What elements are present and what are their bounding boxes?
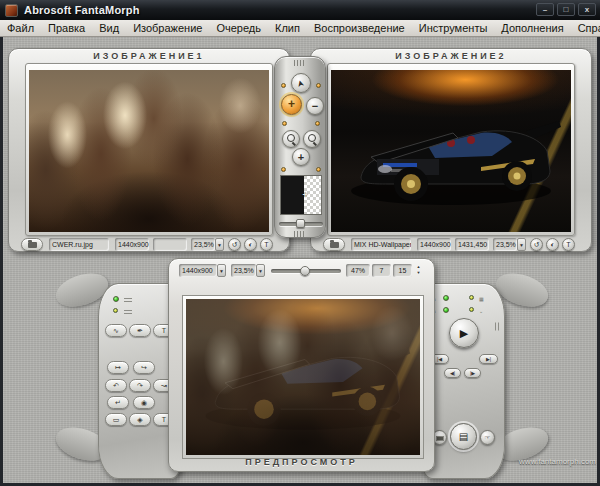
image1-filename-field[interactable]: CWER.ru.jpg	[49, 238, 109, 251]
menu-bar: Файл Правка Вид Изображение Очередь Клип…	[0, 20, 600, 37]
next-frame-button[interactable]: |▶	[464, 368, 481, 378]
image1-zoom-dropdown[interactable]: ▼	[215, 238, 224, 251]
swatch-black: +	[281, 176, 304, 214]
preview-resolution-dropdown[interactable]: ▼	[217, 264, 226, 277]
prev-frame-button[interactable]: ◀|	[444, 368, 461, 378]
image1-adjust-button[interactable]: ◐	[244, 238, 257, 251]
led-mode-2	[469, 295, 474, 300]
dot-tool-column: ➤ + − + +	[274, 56, 326, 238]
maximize-button[interactable]: □	[557, 3, 575, 16]
view-mode-marks	[124, 309, 132, 314]
dot-slider-thumb[interactable]	[296, 219, 305, 228]
current-frame-field[interactable]: 7	[372, 264, 391, 277]
folder-icon	[28, 242, 37, 248]
edit-button-8[interactable]: ◈	[129, 413, 151, 426]
preview-title: ПРЕДПРОСМОТР	[169, 457, 434, 467]
edit-button-4[interactable]: ↷	[129, 379, 151, 392]
image2-rotate-button[interactable]: ↺	[530, 238, 543, 251]
edit-button-7[interactable]: ▭	[105, 413, 127, 426]
export-movie-button[interactable]: ▤	[450, 423, 477, 450]
image2-coords-field: 1431,450	[455, 238, 489, 251]
image2-canvas[interactable]	[331, 70, 571, 232]
image1-rotate-button[interactable]: ↺	[228, 238, 241, 251]
image2-filename-field[interactable]: MIX HD-Wallpapers	[351, 238, 411, 251]
image2-zoom-dropdown[interactable]: ▼	[517, 238, 526, 251]
preview-resolution-field[interactable]: 1440x900	[179, 264, 217, 277]
led-swatch-left	[281, 167, 286, 172]
add-dot-button[interactable]: +	[281, 94, 302, 115]
background-swatch[interactable]: +	[280, 175, 322, 215]
menu-playback[interactable]: Воспроизведение	[307, 20, 412, 36]
led-swatch-right	[316, 167, 321, 172]
timeline-slider-track[interactable]	[271, 269, 341, 273]
led-zoom-left	[282, 121, 287, 126]
image2-zoom-field[interactable]: 23,5%	[493, 238, 517, 251]
menu-addons[interactable]: Дополнения	[494, 20, 570, 36]
led-zoom-right	[315, 121, 320, 126]
image2-text-button[interactable]: T	[562, 238, 575, 251]
preview-frame	[182, 295, 424, 459]
led-left	[281, 83, 286, 88]
curve-tool-button[interactable]: ∿	[105, 324, 127, 337]
led-view-mode	[113, 308, 118, 313]
close-button[interactable]: x	[578, 3, 596, 16]
image2-open-button[interactable]	[323, 238, 345, 251]
edit-button-2[interactable]: ↪	[133, 361, 155, 374]
title-bar: Abrosoft FantaMorph – □ x	[0, 0, 600, 20]
car-image	[331, 70, 571, 232]
image2-panel: ИЗОБРАЖЕНИЕ2	[310, 48, 592, 252]
preview-panel: 1440x900 ▼ 23,5% ▼ 47% 7 15 ▲ ▼	[168, 258, 435, 472]
grip-marks	[495, 323, 500, 331]
led-mode-4	[469, 307, 474, 312]
grip-top	[294, 60, 306, 66]
grip-bottom	[294, 231, 306, 237]
menu-view[interactable]: Вид	[92, 20, 126, 36]
frames-spinner[interactable]: ▲ ▼	[414, 264, 423, 277]
website-watermark: www.fantamorph.com	[498, 457, 596, 466]
fullscreen-button[interactable]: ☞	[480, 430, 495, 445]
play-button[interactable]: ▶	[449, 318, 479, 348]
preview-canvas[interactable]	[186, 299, 420, 455]
zoom-in-button[interactable]	[282, 130, 300, 148]
image1-coords-field	[153, 238, 187, 251]
menu-file[interactable]: Файл	[0, 20, 41, 36]
pan-button[interactable]: +	[292, 148, 310, 166]
blend-overlay	[186, 299, 420, 455]
app-window: Abrosoft FantaMorph – □ x Файл Правка Ви…	[0, 0, 600, 486]
image1-text-button[interactable]: T	[260, 238, 273, 251]
cursor-tool-button[interactable]: ➤	[291, 73, 311, 93]
image1-open-button[interactable]	[21, 238, 43, 251]
total-frames-field[interactable]: 15	[393, 264, 412, 277]
image2-frame	[327, 63, 575, 236]
cursor-icon: ➤	[291, 77, 311, 89]
image1-canvas[interactable]	[29, 70, 269, 232]
menu-edit[interactable]: Правка	[41, 20, 92, 36]
image2-size-field: 1440x900	[417, 238, 451, 251]
menu-clip[interactable]: Клип	[268, 20, 307, 36]
window-title: Abrosoft FantaMorph	[24, 4, 140, 16]
dot-slider-track[interactable]	[279, 222, 323, 226]
show-dots-button[interactable]: ◉	[133, 396, 155, 409]
menu-sequence[interactable]: Очередь	[209, 20, 268, 36]
timeline-slider-thumb[interactable]	[300, 266, 310, 276]
led-edit-mode	[113, 296, 119, 302]
last-frame-button[interactable]: ▶|	[479, 354, 498, 364]
minimize-button[interactable]: –	[536, 3, 554, 16]
crosshair-icon: +	[303, 190, 308, 200]
edit-button-1[interactable]: ↦	[107, 361, 129, 374]
menu-tools[interactable]: Инструменты	[412, 20, 495, 36]
edit-button-3[interactable]: ↶	[105, 379, 127, 392]
image2-title: ИЗОБРАЖЕНИЕ2	[311, 51, 591, 61]
preview-zoom-dropdown[interactable]: ▼	[256, 264, 265, 277]
menu-help[interactable]: Справка	[571, 20, 600, 36]
preview-zoom-field[interactable]: 23,5%	[231, 264, 256, 277]
pen-tool-button[interactable]: ✒	[129, 324, 151, 337]
image1-zoom-field[interactable]: 23,5%	[191, 238, 215, 251]
delete-dot-button[interactable]: −	[306, 97, 324, 115]
grid-mode-icon: ▦	[479, 296, 484, 302]
edit-button-6[interactable]: ↵	[107, 396, 129, 409]
spinner-down-icon[interactable]: ▼	[414, 270, 423, 276]
zoom-out-button[interactable]	[303, 130, 321, 148]
image2-adjust-button[interactable]: ◐	[546, 238, 559, 251]
menu-image[interactable]: Изображение	[126, 20, 209, 36]
